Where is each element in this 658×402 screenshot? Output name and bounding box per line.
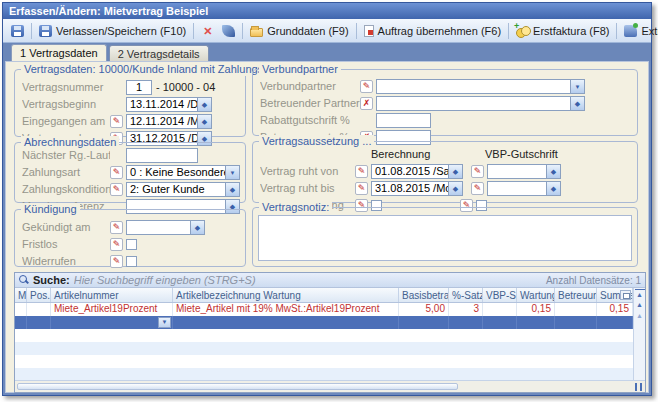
ruht-bis-vbp-input[interactable] [487,181,547,196]
col-header-summe[interactable]: Summe W [597,288,633,302]
fristlos-checkbox[interactable] [126,239,137,250]
edit-pencil-icon[interactable]: ✎ [110,238,123,251]
edit-pencil-icon[interactable]: ✎ [471,165,484,178]
grid-options-corner[interactable] [631,381,645,392]
group-title: Verbundpartner [259,63,341,76]
search-input[interactable]: Hier Suchbegriff eingeben (STRG+S) [74,274,542,286]
date-spinner[interactable]: ◆ [198,97,212,112]
group-title: Vertragsaussetzung ... [259,135,374,148]
coins-icon: + [516,25,529,37]
extras-button[interactable]: Extras [620,23,658,39]
horizontal-scrollbar[interactable] [15,380,645,392]
table-row-empty[interactable] [15,342,633,355]
column-chooser-icon[interactable] [620,290,631,300]
lookup-spinner[interactable]: ◆ [226,182,240,197]
horizontal-scroll-thumb[interactable] [17,383,458,390]
rabattgutschrift-input[interactable] [376,113,431,128]
folder-icon [250,28,263,37]
group-kuendigung: Kündigung Gekündigt am ✎ ◆ Fristlos ✎ Wi… [14,209,246,267]
stamp-button[interactable] [218,23,239,39]
vertragsnummer-input[interactable]: 1 [126,80,152,95]
edit-pencil-icon[interactable]: ✎ [110,115,123,128]
dropdown-arrow-icon[interactable]: ▼ [571,79,585,94]
naechster-rglauf-input[interactable] [126,148,198,163]
date-spinner[interactable]: ◆ [547,164,561,179]
scroll-up-page-icon[interactable]: ▲ [635,311,645,321]
delete-button[interactable]: ✕ [197,23,218,39]
verbundpartner-select[interactable] [376,79,571,94]
edit-pencil-icon[interactable]: ✎ [110,255,123,268]
ruht-bis-berechnung-input[interactable]: 31.08.2015 /Mo [371,181,449,196]
cell-satz: 3 [449,303,483,316]
zahlungsart-select[interactable]: 0 : Keine Besondere [126,165,226,180]
lookup-spinner[interactable]: ◆ [571,96,585,111]
date-spinner[interactable]: ◆ [547,181,561,196]
save-button[interactable] [7,23,28,39]
exit-save-button[interactable]: Verlassen/Speichern (F10) [35,23,190,39]
grunddaten-label: Grunddaten (F9) [267,25,348,37]
grunddaten-button[interactable]: Grunddaten (F9) [246,23,352,39]
exit-save-label: Verlassen/Speichern (F10) [56,25,186,37]
field-label: Rabattgutschrift % [260,114,360,126]
date-spinner[interactable]: ◆ [191,220,205,235]
edit-pencil-icon[interactable]: ✎ [110,166,123,179]
table-row-selected[interactable]: ▼ [15,316,633,329]
col-header-pos[interactable]: Pos.. [27,288,51,302]
edit-pencil-icon[interactable]: ✎ [355,182,368,195]
table-row-empty[interactable] [15,355,633,368]
col-header-artikelnummer[interactable]: Artikelnummer [51,288,173,302]
eingegangen-am-input[interactable]: 12.11.2014 /Mi [126,114,198,129]
col-header-satz[interactable]: %-Satz [449,288,483,302]
col-header-m[interactable]: M [15,288,27,302]
edit-pencil-icon[interactable]: ✎ [471,182,484,195]
field-label: Vertrag ruht von [260,165,355,177]
cell-basisbetrag: 5,00 [399,303,449,316]
col-header-betreuung[interactable]: Betreuung € [555,288,597,302]
col-header-vbp-satz[interactable]: VBP-Satz [483,288,517,302]
col-header-basisbetrag[interactable]: Basisbetrag € [399,288,449,302]
ruht-von-vbp-input[interactable] [487,164,547,179]
save-icon [11,25,24,37]
clear-x-icon[interactable]: ✗ [360,97,373,110]
zahlungskondition-input[interactable]: 2: Guter Kunde [126,182,226,197]
edit-pencil-icon[interactable]: ✎ [110,183,123,196]
ruht-von-berechnung-input[interactable]: 01.08.2015 /Sa [371,164,449,179]
edit-pencil-icon[interactable]: ✎ [110,221,123,234]
extras-icon [624,25,637,37]
date-spinner[interactable]: ◆ [449,164,463,179]
group-title: Kündigung [21,203,80,216]
field-label: Gekündigt am [22,221,110,233]
group-vertragsdaten: Vertragsdaten: 10000/Kunde Inland mit Za… [14,69,246,137]
toolbar: Verlassen/Speichern (F10) ✕ Grunddaten (… [3,19,651,43]
vertical-scrollbar[interactable]: ▲ ▲ ▲ [633,288,645,380]
cell-vbp-satz [483,303,517,316]
toolbar-separator [193,23,194,39]
dropdown-arrow-icon[interactable]: ▼ [226,165,240,180]
col-header-bezeichnung[interactable]: Artikelbezeichnung Wartung [173,288,399,302]
widerrufen-checkbox[interactable] [126,256,137,267]
group-abrechnungsdaten: Abrechnungsdaten Nächster Rg.-Lauf Zahlu… [14,142,246,203]
scroll-up-icon[interactable]: ▲ [635,300,645,310]
table-row-empty[interactable] [15,329,633,342]
erstfaktura-button[interactable]: + Erstfaktura (F8) [512,23,613,39]
tab-vertragsdetails[interactable]: 2 Vertragsdetails [109,45,209,61]
date-spinner[interactable]: ◆ [198,114,212,129]
scroll-to-top-icon[interactable]: ▲ [635,289,645,299]
vertragsnotiz-textarea[interactable] [258,215,632,261]
edit-pencil-icon[interactable]: ✎ [360,80,373,93]
col-header-wartung[interactable]: Wartung € [517,288,555,302]
gekuendigt-am-input[interactable] [126,220,191,235]
auftrag-uebernehmen-button[interactable]: Auftrag übernehmen (F6) [360,23,506,39]
date-spinner[interactable]: ◆ [449,181,463,196]
edit-pencil-icon[interactable]: ✎ [355,165,368,178]
vertragsbeginn-input[interactable]: 13.11.2014 /Do [126,97,198,112]
grid-search-bar: Suche: Hier Suchbegriff eingeben (STRG+S… [15,273,645,288]
betreuender-partner-input[interactable] [376,96,571,111]
tab-vertragsdaten[interactable]: 1 Vertragsdaten [11,44,107,61]
field-label: Fristlos [22,238,110,250]
table-row[interactable]: Miete_Artikel19Prozent Miete_Artikel mit… [15,303,633,316]
window-title[interactable]: Erfassen/Ändern: Mietvertrag Beispiel [3,3,651,19]
toolbar-separator [508,23,509,39]
cell-dropdown-icon[interactable]: ▼ [158,317,171,328]
document-icon [364,25,374,37]
